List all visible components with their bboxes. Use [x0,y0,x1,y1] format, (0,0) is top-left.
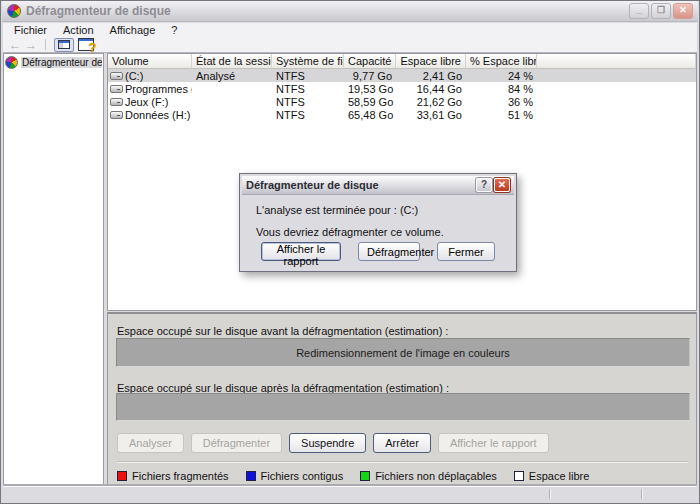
arreter-button[interactable]: Arrêter [373,433,431,453]
status-bar-divider [549,489,550,499]
drive-icon [110,85,123,93]
menu-affichage[interactable]: Affichage [102,23,164,37]
file-system: NTFS [272,70,344,82]
menu-bar: Fichier Action Affichage ? [3,23,697,37]
file-system: NTFS [272,96,344,108]
volume-name: Jeux (F:) [125,96,168,108]
contiguous-swatch-icon [246,471,256,481]
defragmenter-node-icon [5,56,18,69]
capacity: 9,77 Go [344,70,396,82]
analysis-complete-dialog: Défragmenteur de disque ? ✕ L'analyse es… [239,173,517,272]
dialog-close-icon[interactable]: ✕ [494,178,510,192]
fragmented-swatch-icon [117,471,127,481]
pct-free-space: 36 % [466,96,537,108]
column-header-espace-libre[interactable]: Espace libre [396,54,466,69]
pct-free-space: 24 % [466,70,537,82]
dialog-title: Défragmenteur de disque [246,179,474,191]
column-header-systeme[interactable]: Système de fichiers [272,54,344,69]
status-bar-divider [641,489,642,499]
action-buttons: Analyser Défragmenter Suspendre Arrêter … [117,433,549,453]
free-space: 21,62 Go [396,96,466,108]
before-defrag-label: Espace occupé sur le disque avant la déf… [117,325,448,337]
legend-item-fragmented: Fichiers fragmentés [117,470,229,482]
column-header-filler [537,54,696,69]
table-row[interactable]: Jeux (F:) NTFS 58,59 Go 21,62 Go 36 % [108,95,696,108]
file-system: NTFS [272,83,344,95]
after-defrag-bar [116,393,690,421]
estimation-panel: Espace occupé sur le disque avant la déf… [107,312,697,486]
before-defrag-bar: Redimensionnement de l'image en couleurs [116,338,690,367]
legend: Fichiers fragmentés Fichiers contigus Fi… [117,469,589,483]
session-state: Analysé [192,70,272,82]
minimize-icon[interactable]: _ [629,3,649,19]
legend-label: Espace libre [529,470,590,482]
dialog-title-bar[interactable]: Défragmenteur de disque ? ✕ [242,176,514,195]
title-bar[interactable]: Défragmenteur de disque _ ❐ ✕ [2,1,698,22]
dialog-message-2: Vous devriez défragmenter ce volume. [256,226,444,238]
drive-icon [110,72,123,80]
free-space: 2,41 Go [396,70,466,82]
volume-list-header: Volume État de la session Système de fic… [108,54,696,69]
defragmenter-button[interactable]: Défragmenter [191,433,282,453]
dialog-fermer-button[interactable]: Fermer [437,242,495,261]
capacity: 65,48 Go [344,109,396,121]
console-tree-panel: Défragmenteur de disque [3,53,104,486]
window-panes-icon [58,40,70,49]
table-row[interactable]: Données (H:) NTFS 65,48 Go 33,61 Go 51 % [108,108,696,121]
free-space: 33,61 Go [396,109,466,121]
capacity: 58,59 Go [344,96,396,108]
column-header-capacite[interactable]: Capacité [344,54,396,69]
pct-free-space: 51 % [466,109,537,121]
menu-action[interactable]: Action [55,23,102,37]
tree-item-defragmenteur[interactable]: Défragmenteur de disque [4,54,103,71]
capacity: 19,53 Go [344,83,396,95]
column-header-etat[interactable]: État de la session [192,54,272,69]
table-row[interactable]: Programmes (E:) NTFS 19,53 Go 16,44 Go 8… [108,82,696,95]
dialog-afficher-rapport-button[interactable]: Afficher le rapport [261,242,341,261]
legend-item-contiguous: Fichiers contigus [246,470,344,482]
column-header-volume[interactable]: Volume [108,54,192,69]
afficher-rapport-button[interactable]: Afficher le rapport [438,433,549,453]
restore-icon[interactable]: ❐ [651,3,671,19]
legend-separator [117,461,688,462]
pct-free-space: 84 % [466,83,537,95]
window-title: Défragmenteur de disque [26,4,171,18]
volume-name: (C:) [125,70,143,82]
free-space-swatch-icon [514,471,524,481]
drive-icon [110,111,123,119]
suspendre-button[interactable]: Suspendre [289,433,366,453]
drive-icon [110,98,123,106]
toolbar-separator [45,39,46,50]
back-icon[interactable]: ← [9,39,21,51]
dialog-buttons: Afficher le rapport Défragmenter Fermer [240,242,516,261]
console-tree-icon[interactable] [54,38,74,52]
free-space: 16,44 Go [396,83,466,95]
volume-name: Programmes (E:) [125,83,192,95]
forward-icon[interactable]: → [25,39,37,51]
table-row[interactable]: (C:) Analysé NTFS 9,77 Go 2,41 Go 24 % [108,69,696,82]
question-mark-icon: ? [89,43,96,53]
disk-defragmenter-window: Défragmenteur de disque _ ❐ ✕ Fichier Ac… [0,0,700,504]
toolbar: ← → ? [3,37,697,53]
unmovable-swatch-icon [360,471,370,481]
status-bar [3,486,697,501]
dialog-message-1: L'analyse est terminée pour : (C:) [256,204,418,216]
before-defrag-bar-text: Redimensionnement de l'image en couleurs [296,347,510,359]
legend-label: Fichiers contigus [261,470,344,482]
defragmenter-app-icon [7,4,21,18]
tree-item-label: Défragmenteur de disque [21,57,102,68]
dialog-help-icon[interactable]: ? [476,178,492,192]
legend-item-free-space: Espace libre [514,470,590,482]
legend-label: Fichiers non déplaçables [375,470,497,482]
analyser-button[interactable]: Analyser [117,433,184,453]
file-system: NTFS [272,109,344,121]
menu-fichier[interactable]: Fichier [6,23,55,37]
help-icon[interactable]: ? [78,38,94,51]
volume-name: Données (H:) [125,109,190,121]
legend-label: Fichiers fragmentés [132,470,229,482]
dialog-defragmenter-button[interactable]: Défragmenter [358,242,420,261]
close-icon[interactable]: ✕ [673,3,693,19]
menu-aide[interactable]: ? [163,23,185,37]
column-header-pct-espace-libre[interactable]: % Espace libre [466,54,537,69]
legend-item-unmovable: Fichiers non déplaçables [360,470,497,482]
